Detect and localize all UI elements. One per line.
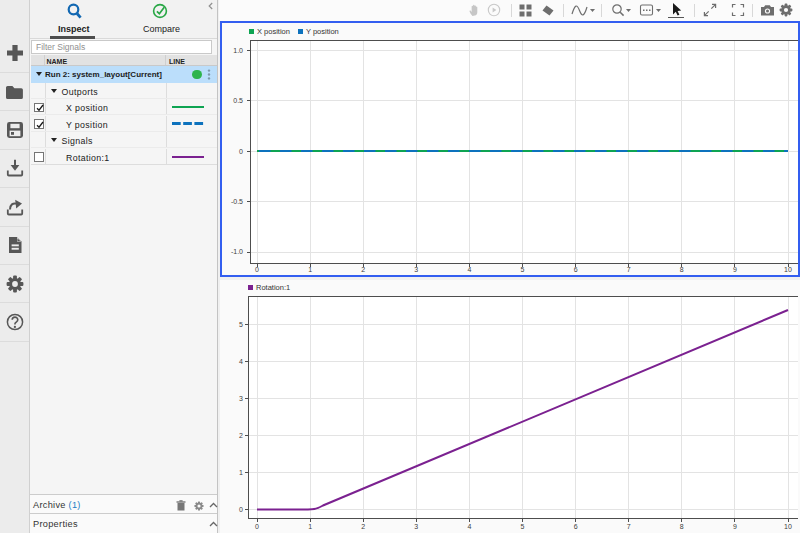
svg-text:1: 1 <box>308 266 312 273</box>
svg-text:7: 7 <box>627 523 631 530</box>
svg-text:9: 9 <box>733 523 737 530</box>
svg-text:4: 4 <box>467 523 471 530</box>
svg-text:3: 3 <box>414 523 418 530</box>
svg-text:0.5: 0.5 <box>233 97 243 104</box>
svg-text:-1.0: -1.0 <box>231 248 243 255</box>
svg-text:5: 5 <box>521 266 525 273</box>
svg-text:10: 10 <box>784 523 792 530</box>
svg-text:2: 2 <box>239 432 243 439</box>
svg-text:5: 5 <box>521 523 525 530</box>
svg-text:5: 5 <box>239 321 243 328</box>
svg-text:6: 6 <box>574 266 578 273</box>
svg-text:3: 3 <box>414 266 418 273</box>
svg-text:4: 4 <box>467 266 471 273</box>
svg-text:2: 2 <box>361 266 365 273</box>
svg-text:0: 0 <box>255 523 259 530</box>
svg-text:6: 6 <box>574 523 578 530</box>
svg-text:9: 9 <box>733 266 737 273</box>
svg-text:2: 2 <box>361 523 365 530</box>
svg-text:1.0: 1.0 <box>233 47 243 54</box>
svg-text:0: 0 <box>239 506 243 513</box>
svg-text:10: 10 <box>784 266 792 273</box>
svg-text:3: 3 <box>239 395 243 402</box>
svg-text:0: 0 <box>239 148 243 155</box>
svg-text:1: 1 <box>308 523 312 530</box>
svg-text:8: 8 <box>680 266 684 273</box>
svg-text:8: 8 <box>680 523 684 530</box>
svg-text:7: 7 <box>627 266 631 273</box>
svg-text:1: 1 <box>239 469 243 476</box>
svg-text:0: 0 <box>255 266 259 273</box>
svg-text:-0.5: -0.5 <box>231 198 243 205</box>
svg-text:4: 4 <box>239 358 243 365</box>
